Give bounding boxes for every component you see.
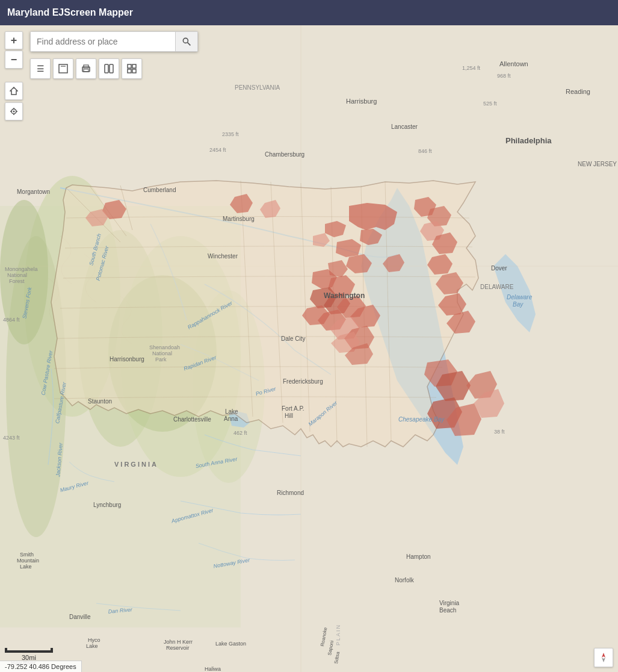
toolbar: ☰ <box>30 58 142 79</box>
svg-text:Charlottesville: Charlottesville <box>173 416 211 423</box>
svg-text:Reservoir: Reservoir <box>166 645 190 651</box>
svg-text:Chesapeake Bay: Chesapeake Bay <box>398 416 445 423</box>
svg-text:Hill: Hill <box>285 412 293 419</box>
svg-point-103 <box>183 38 188 43</box>
svg-text:Allentown: Allentown <box>499 60 528 67</box>
svg-text:Harrisburg: Harrisburg <box>346 98 377 105</box>
list-button[interactable]: ☰ <box>30 58 51 79</box>
svg-text:Danville: Danville <box>69 614 91 620</box>
svg-text:Virginia: Virginia <box>439 600 460 606</box>
svg-text:968 ft: 968 ft <box>497 73 511 79</box>
svg-text:NEW JERSEY: NEW JERSEY <box>578 161 617 167</box>
svg-text:Beach: Beach <box>439 607 456 614</box>
search-button[interactable] <box>175 32 197 51</box>
svg-text:Lynchburg: Lynchburg <box>93 502 121 508</box>
svg-text:Lake Gaston: Lake Gaston <box>215 641 246 647</box>
svg-text:Smith: Smith <box>20 552 34 558</box>
map-container[interactable]: Allentown Reading Philadelphia NEW JERSE… <box>0 25 618 672</box>
split-button[interactable] <box>99 58 119 79</box>
scale-bar: 30mi <box>5 648 53 661</box>
svg-text:Monongahela: Monongahela <box>5 266 38 272</box>
svg-text:Forest: Forest <box>9 278 25 284</box>
svg-text:Dover: Dover <box>491 265 507 272</box>
svg-text:Lake: Lake <box>86 643 98 649</box>
svg-text:Shenandoah: Shenandoah <box>149 344 180 350</box>
svg-text:846 ft: 846 ft <box>418 148 432 154</box>
svg-text:Philadelphia: Philadelphia <box>505 136 552 145</box>
home-button[interactable] <box>5 82 23 100</box>
app-title: Maryland EJScreen Mapper <box>7 7 133 18</box>
svg-text:1,254 ft: 1,254 ft <box>462 65 481 71</box>
svg-text:John H Kerr: John H Kerr <box>164 639 193 645</box>
svg-text:2454 ft: 2454 ft <box>209 147 226 153</box>
svg-marker-124 <box>602 658 605 662</box>
grid-button[interactable] <box>122 58 142 79</box>
svg-text:525 ft: 525 ft <box>483 101 497 107</box>
map-svg: Allentown Reading Philadelphia NEW JERSE… <box>0 25 618 672</box>
coordinates-text: -79.252 40.486 Degrees <box>5 663 76 670</box>
svg-text:Park: Park <box>155 356 167 362</box>
coordinates-bar: -79.252 40.486 Degrees <box>0 661 82 672</box>
left-buttons <box>5 82 23 120</box>
search-bar[interactable] <box>30 31 198 52</box>
draw-button[interactable] <box>53 58 73 79</box>
svg-text:Bay: Bay <box>513 301 524 308</box>
svg-text:National: National <box>7 272 27 278</box>
svg-rect-113 <box>132 64 136 68</box>
zoom-out-button[interactable]: − <box>5 51 23 69</box>
svg-text:Washington: Washington <box>324 291 365 300</box>
svg-rect-110 <box>105 64 108 73</box>
svg-text:Anna: Anna <box>224 415 238 422</box>
svg-text:DELAWARE: DELAWARE <box>480 284 514 290</box>
svg-rect-112 <box>128 64 131 68</box>
svg-text:Lake: Lake <box>20 564 32 570</box>
svg-marker-123 <box>602 653 605 658</box>
svg-text:Harrisonburg: Harrisonburg <box>110 356 144 362</box>
svg-text:Fort A.P.: Fort A.P. <box>282 405 304 412</box>
svg-text:PLAIN: PLAIN <box>335 624 341 646</box>
svg-text:Dale City: Dale City <box>281 335 306 342</box>
svg-text:4864 ft: 4864 ft <box>3 317 20 323</box>
zoom-controls: + − <box>5 31 23 69</box>
svg-text:Fredericksburg: Fredericksburg <box>283 378 323 385</box>
svg-text:Lancaster: Lancaster <box>391 123 418 130</box>
search-input[interactable] <box>31 32 175 51</box>
svg-text:4243 ft: 4243 ft <box>3 435 20 441</box>
svg-rect-105 <box>59 64 67 73</box>
svg-text:VIRGINIA: VIRGINIA <box>114 461 158 468</box>
svg-text:Haliwa: Haliwa <box>205 666 221 672</box>
svg-text:462 ft: 462 ft <box>233 430 247 436</box>
north-button[interactable] <box>594 648 613 667</box>
svg-rect-114 <box>128 69 131 73</box>
svg-text:Morgantown: Morgantown <box>17 188 50 195</box>
svg-text:Chambersburg: Chambersburg <box>265 151 304 158</box>
svg-text:Hampton: Hampton <box>406 553 431 560</box>
svg-text:National: National <box>152 350 172 356</box>
zoom-in-button[interactable]: + <box>5 31 23 49</box>
svg-text:Reading: Reading <box>566 88 590 95</box>
svg-text:2335 ft: 2335 ft <box>222 131 239 137</box>
svg-text:Delaware: Delaware <box>507 294 533 300</box>
svg-text:Cumberland: Cumberland <box>143 187 176 193</box>
svg-text:Mountain: Mountain <box>17 558 39 564</box>
print-button[interactable] <box>76 58 96 79</box>
app-header: Maryland EJScreen Mapper <box>0 0 618 25</box>
svg-text:PENNSYLVANIA: PENNSYLVANIA <box>235 84 280 91</box>
svg-text:Hyco: Hyco <box>88 637 100 643</box>
locate-button[interactable] <box>5 102 23 120</box>
svg-text:Lake: Lake <box>225 408 238 415</box>
svg-rect-111 <box>110 64 113 73</box>
svg-text:Martinsburg: Martinsburg <box>223 216 255 222</box>
svg-text:Richmond: Richmond <box>277 490 304 496</box>
svg-rect-115 <box>132 69 136 73</box>
svg-text:38 ft: 38 ft <box>494 429 505 435</box>
svg-text:Staunton: Staunton <box>88 398 112 405</box>
svg-text:Winchester: Winchester <box>208 253 238 260</box>
svg-line-104 <box>188 43 191 46</box>
svg-text:Norfolk: Norfolk <box>395 577 415 583</box>
svg-marker-116 <box>10 87 17 95</box>
svg-point-118 <box>13 111 15 113</box>
